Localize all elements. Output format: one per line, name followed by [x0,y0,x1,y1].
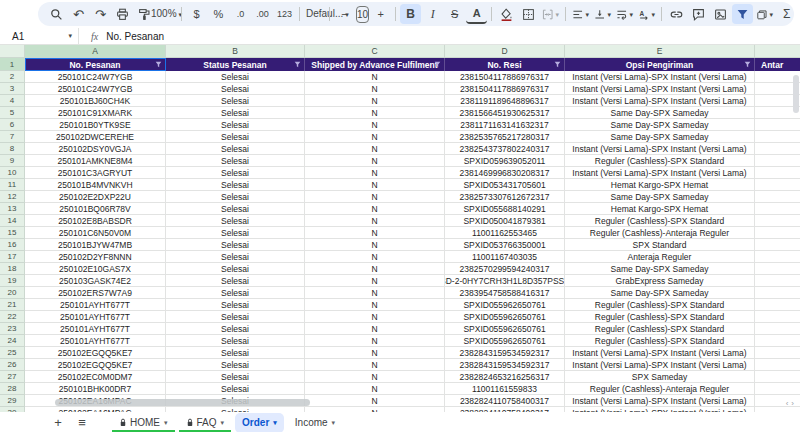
cell-no-pesanan[interactable]: 250102EA16MPAC [25,407,166,412]
format-currency-button[interactable]: $ [186,4,207,24]
row-number[interactable]: 29 [0,395,25,407]
row-number[interactable]: 30 [0,407,25,412]
cell-no-pesanan[interactable]: 250102D2YF8NNN [25,251,166,263]
column-header-c[interactable]: C [305,45,445,58]
cell-empty[interactable] [755,119,800,131]
cell-no-resi[interactable]: 2381566451930625317 [445,107,565,119]
header-cell-status-pesanan[interactable]: Status Pesanan [166,58,305,71]
cell-opsi-pengiriman[interactable]: Instant (Versi Lama)-SPX Instant (Versi … [565,395,755,407]
cell-opsi-pengiriman[interactable]: Hemat Kargo-SPX Hemat [565,179,755,191]
cell-no-resi[interactable]: SPXID055962650761 [445,311,565,323]
cell-empty[interactable] [755,347,800,359]
cell-status-pesanan[interactable]: Selesai [166,335,305,347]
header-cell-no-resi[interactable]: No. Resi [445,58,565,71]
cell-no-resi[interactable]: 2381191189648896317 [445,95,565,107]
cell-shipped[interactable]: N [305,143,445,155]
cell-status-pesanan[interactable]: Selesai [166,287,305,299]
cell-no-resi[interactable]: 2381504117886976317 [445,71,565,83]
cell-shipped[interactable]: N [305,83,445,95]
cell-opsi-pengiriman[interactable]: Reguler (Cashless)-Anteraja Reguler [565,383,755,395]
insert-link-button[interactable] [666,4,687,24]
increase-font-size-button[interactable]: + [370,4,391,24]
row-number[interactable]: 17 [0,251,25,263]
cell-empty[interactable] [755,215,800,227]
cell-status-pesanan[interactable]: Selesai [166,407,305,412]
bold-button[interactable]: B [400,4,421,24]
scroll-arrows[interactable]: ‹› [786,399,797,408]
cell-no-resi[interactable]: SPXID055688140291 [445,203,565,215]
cell-no-resi[interactable]: 2381171163141632317 [445,119,565,131]
cell-opsi-pengiriman[interactable]: Same Day-SPX Sameday [565,263,755,275]
row-number[interactable]: 23 [0,323,25,335]
functions-button[interactable]: Σ [776,4,794,24]
row-number[interactable]: 2 [0,71,25,83]
cell-shipped[interactable]: N [305,263,445,275]
cell-shipped[interactable]: N [305,323,445,335]
cell-status-pesanan[interactable]: Selesai [166,167,305,179]
row-number[interactable]: 8 [0,143,25,155]
merge-cells-button[interactable]: ▾ [540,4,561,24]
cell-opsi-pengiriman[interactable]: Instant (Versi Lama)-SPX Instant (Versi … [565,71,755,83]
cell-no-pesanan[interactable]: 250101C91XMARK [25,107,166,119]
cell-status-pesanan[interactable]: Selesai [166,131,305,143]
row-number[interactable]: 15 [0,227,25,239]
cell-no-resi[interactable]: 2382570299594240317 [445,263,565,275]
row-number[interactable]: 13 [0,203,25,215]
cell-shipped[interactable]: N [305,383,445,395]
cell-opsi-pengiriman[interactable]: Instant (Versi Lama)-SPX Instant (Versi … [565,407,755,412]
cell-empty[interactable] [755,203,800,215]
cell-no-pesanan[interactable]: 250101AYHT677T [25,323,166,335]
borders-button[interactable] [518,4,539,24]
cell-no-pesanan[interactable]: 250102DSY0VGJA [25,143,166,155]
zoom-select[interactable]: 100% ▾ [156,4,177,24]
column-header-f[interactable] [755,45,800,58]
cell-opsi-pengiriman[interactable]: Reguler (Cashless)-Anteraja Reguler [565,227,755,239]
cell-no-resi[interactable]: 2383954758588416317 [445,287,565,299]
cell-no-pesanan[interactable]: 250102ERS7W7A9 [25,287,166,299]
row-number[interactable]: 28 [0,383,25,395]
cell-opsi-pengiriman[interactable]: Same Day-SPX Sameday [565,119,755,131]
header-cell-shipped[interactable]: Shipped by Advance Fulfilment [305,58,445,71]
name-box[interactable]: A1 ▾ [0,28,78,44]
cell-empty[interactable] [755,335,800,347]
cell-shipped[interactable]: N [305,395,445,407]
cell-shipped[interactable]: N [305,407,445,412]
cell-status-pesanan[interactable]: Selesai [166,383,305,395]
cell-no-pesanan[interactable]: 250101AYHT677T [25,311,166,323]
cell-opsi-pengiriman[interactable]: Instant (Versi Lama)-SPX Instant (Versi … [565,95,755,107]
font-select[interactable]: Defaul... ▾ [304,4,325,24]
cell-status-pesanan[interactable]: Selesai [166,263,305,275]
cell-no-pesanan[interactable]: 250101AYHT677T [25,299,166,311]
cell-shipped[interactable]: N [305,107,445,119]
cell-no-pesanan[interactable]: 250101BJ60CH4K [25,95,166,107]
undo-icon[interactable]: ↶ [68,4,89,24]
cell-status-pesanan[interactable]: Selesai [166,83,305,95]
insert-image-button[interactable] [710,4,731,24]
cell-status-pesanan[interactable]: Selesai [166,311,305,323]
cell-opsi-pengiriman[interactable]: Reguler (Cashless)-SPX Standard [565,323,755,335]
formula-input[interactable]: No. Pesanan [106,31,164,42]
cell-empty[interactable] [755,191,800,203]
format-percent-button[interactable]: % [208,4,229,24]
cell-empty[interactable] [755,371,800,383]
cell-status-pesanan[interactable]: Selesai [166,347,305,359]
cell-opsi-pengiriman[interactable]: Reguler (Cashless)-SPX Standard [565,299,755,311]
cell-shipped[interactable]: N [305,371,445,383]
cell-no-pesanan[interactable]: 250102EC0M0DM7 [25,371,166,383]
cell-status-pesanan[interactable]: Selesai [166,323,305,335]
row-number[interactable]: 21 [0,299,25,311]
cell-status-pesanan[interactable]: Selesai [166,191,305,203]
cell-shipped[interactable]: N [305,203,445,215]
cell-shipped[interactable]: N [305,167,445,179]
row-number[interactable]: 19 [0,275,25,287]
cell-no-resi[interactable]: 11001161559833 [445,383,565,395]
row-number[interactable]: 7 [0,131,25,143]
column-header-e[interactable]: E [565,45,755,58]
cell-empty[interactable] [755,275,800,287]
row-number[interactable]: 25 [0,347,25,359]
select-all-corner[interactable] [0,45,25,58]
cell-shipped[interactable]: N [305,155,445,167]
cell-status-pesanan[interactable]: Selesai [166,179,305,191]
cell-no-resi[interactable]: SPXID055962650761 [445,323,565,335]
cell-shipped[interactable]: N [305,191,445,203]
